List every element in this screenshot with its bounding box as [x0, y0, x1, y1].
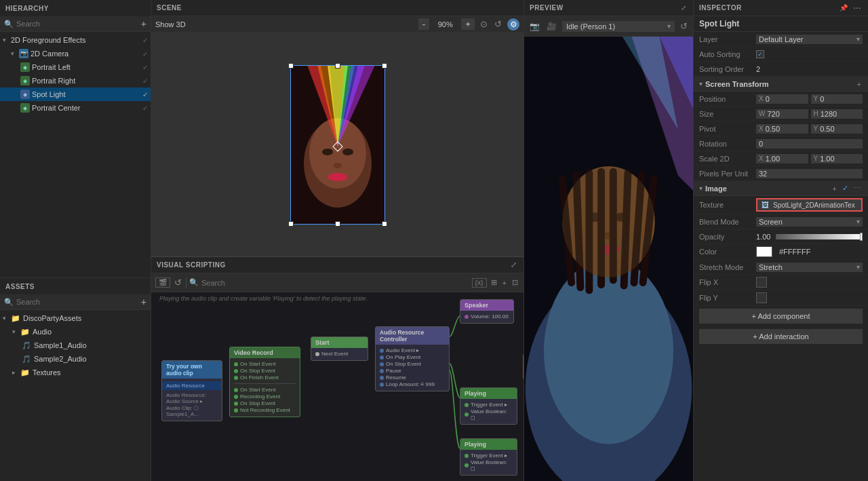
vs-variable-button[interactable]: {X} [472, 278, 487, 288]
checkbox-auto-sorting[interactable]: ✓ [756, 50, 764, 58]
scene-header: SCENE [151, 0, 524, 16]
image-section-more-button[interactable]: ⋯ [852, 182, 863, 194]
chevron-down-icon: ▾ [3, 315, 11, 322]
vs-expand-button[interactable]: ⤢ [509, 259, 518, 271]
add-interaction-label: + Add interaction [753, 332, 808, 341]
vs-canvas[interactable]: Playing the audio clip and create variab… [151, 292, 524, 481]
selection-handle-bm[interactable] [335, 221, 340, 227]
vs-add-node-button[interactable]: + [501, 277, 508, 288]
inspector-layer-dropdown[interactable]: Default Layer ▾ [756, 35, 863, 44]
selection-handle-tl[interactable] [288, 63, 294, 69]
assets-search-input[interactable] [16, 298, 138, 306]
hierarchy-item-2d-foreground[interactable]: ▾ 2D Foreground Effects ✓ [0, 33, 151, 47]
zoom-out-button[interactable]: - [418, 18, 429, 30]
add-hierarchy-button[interactable]: + [141, 18, 146, 29]
scene-canvas[interactable] [151, 33, 524, 256]
screen-transform-add-button[interactable]: + [856, 79, 863, 90]
preview-camera-button[interactable]: 📷 [528, 20, 541, 33]
asset-label: Textures [33, 368, 148, 377]
add-asset-button[interactable]: + [141, 296, 146, 307]
stretch-mode-dropdown[interactable]: Stretch ▾ [756, 263, 863, 272]
size-h-input[interactable]: H 1280 [811, 109, 863, 119]
add-component-button[interactable]: + Add component [699, 309, 863, 324]
texture-value-button[interactable]: 🖼 SpotLight_2DAnimationTex [756, 198, 863, 212]
selection-handle-tr[interactable] [382, 63, 387, 69]
opacity-slider[interactable] [776, 234, 863, 239]
asset-item-sample2[interactable]: 🎵 Sample2_Audio [0, 352, 151, 366]
selection-handle-bl[interactable] [288, 221, 294, 227]
pivot-x-input[interactable]: X 0.50 [756, 124, 808, 134]
image-section-header[interactable]: ▾ Image + ✓ ⋯ [694, 181, 868, 196]
preview-image-svg [524, 37, 693, 481]
vs-node-video-record[interactable]: Video Record On Start Event On Stop Even… [229, 347, 300, 417]
asset-item-textures[interactable]: ▸ 📁 Textures [0, 366, 151, 379]
hierarchy-item-portrait-left[interactable]: ◈ Portrait Left ✓ [0, 60, 151, 74]
assets-search-bar[interactable]: 🔍 + [0, 294, 151, 310]
color-swatch[interactable] [756, 246, 772, 257]
scene-object[interactable] [290, 65, 385, 225]
vs-search-input[interactable] [201, 279, 334, 287]
assets-header: ASSETS [0, 278, 151, 294]
hierarchy-item-portrait-center[interactable]: ◈ Portrait Center ✓ [0, 101, 151, 115]
refresh-scene-button[interactable]: ↺ [493, 18, 503, 31]
recenter-button[interactable]: ⊙ [479, 18, 489, 31]
vs-node-playing-1[interactable]: Playing Trigger Event ▸ Value Boolean: ◻ [460, 387, 517, 425]
hierarchy-search-input[interactable] [16, 20, 138, 28]
vs-scene-button[interactable]: 🎬 [155, 277, 170, 288]
preview-animation-dropdown[interactable]: Idle (Person 1) ▾ [562, 21, 675, 32]
preview-popout-button[interactable]: ⤢ [679, 3, 688, 13]
vs-layout-button[interactable]: ⊡ [511, 277, 519, 288]
selection-handle-tm[interactable] [335, 63, 340, 69]
ppu-input[interactable]: 32 [756, 169, 863, 178]
vs-node-audio-resource[interactable]: Try your own audio clip Audio Resource A… [161, 360, 222, 421]
inspector-texture-field: Texture 🖼 SpotLight_2DAnimationTex [694, 196, 868, 214]
inspector-color-field: Color #FFFFFF [694, 244, 868, 260]
inspector-opacity-label: Opacity [699, 233, 753, 241]
inspector-pivot-values: X 0.50 Y 0.50 [756, 124, 863, 134]
inspector-auto-sorting-checkbox[interactable]: ✓ [756, 50, 764, 58]
pivot-y-input[interactable]: Y 0.50 [811, 124, 863, 134]
inspector-pivot-label: Pivot [699, 125, 753, 133]
position-x-input[interactable]: X 0 [756, 94, 808, 104]
hierarchy-item-spot-light[interactable]: ◈ Spot Light ✓ [0, 88, 151, 101]
add-interaction-button[interactable]: + Add interaction [699, 329, 863, 344]
vs-refresh-button[interactable]: ↺ [173, 276, 183, 289]
preview-refresh-button[interactable]: ↺ [679, 20, 689, 33]
asset-item-audio[interactable]: ▾ 📁 Audio [0, 325, 151, 339]
image-section-check-button[interactable]: ✓ [841, 182, 850, 194]
vs-node-audio-controller[interactable]: Audio Resource Controller Audio Event ▸ … [375, 326, 450, 391]
flip-y-checkbox[interactable] [756, 292, 767, 303]
preview-viewport[interactable] [524, 37, 693, 481]
image-section-add-button[interactable]: + [831, 183, 838, 194]
hierarchy-item-2d-camera[interactable]: ▾ 📷 2D Camera ✓ [0, 47, 151, 60]
zoom-in-button[interactable]: + [461, 18, 475, 30]
stretch-mode-value: Stretch [759, 263, 783, 271]
hierarchy-item-portrait-right[interactable]: ◈ Portrait Right ✓ [0, 74, 151, 88]
vs-node-speaker[interactable]: Speaker Volume: 100.00 [460, 299, 514, 324]
inspector-auto-sorting-label: Auto Sorting [699, 50, 753, 58]
flip-x-checkbox[interactable] [756, 277, 767, 288]
vs-node-playing-2[interactable]: Playing Trigger Event ▸ Value Boolean: ◻ [460, 438, 517, 476]
asset-item-disco-party[interactable]: ▾ 📁 DiscoPartyAssets [0, 311, 151, 325]
vs-group-button[interactable]: ⊞ [490, 277, 498, 288]
hierarchy-tree: ▾ 2D Foreground Effects ✓ ▾ 📷 2D Camera … [0, 32, 151, 277]
chevron-down-icon: ▾ [12, 328, 20, 335]
position-y-input[interactable]: Y 0 [811, 94, 863, 104]
scale-y-input[interactable]: Y 1.00 [811, 154, 863, 163]
scene-settings-button[interactable]: ⚙ [507, 18, 519, 31]
screen-transform-section-header[interactable]: ▾ Screen Transform + [694, 77, 868, 92]
inspector-pin-button[interactable]: 📌 [838, 2, 849, 14]
hierarchy-search-bar[interactable]: 🔍 + [0, 16, 151, 32]
blend-mode-dropdown[interactable]: Screen ▾ [756, 217, 863, 227]
preview-record-button[interactable]: 🎥 [545, 20, 558, 33]
vs-node-start[interactable]: Start Next Event [311, 336, 368, 361]
inspector-more-button[interactable]: ⋯ [852, 2, 863, 14]
scale-x-input[interactable]: X 1.00 [756, 154, 808, 163]
asset-item-sample1[interactable]: 🎵 Sample1_Audio [0, 339, 151, 352]
opacity-thumb[interactable] [860, 233, 863, 241]
hierarchy-title: HIERARCHY [5, 5, 49, 12]
selection-handle-br[interactable] [382, 221, 387, 227]
vs-node-tweak[interactable]: Tweak tip 🔥 ... [523, 353, 524, 380]
rotation-input[interactable]: 0 [756, 139, 863, 149]
size-w-input[interactable]: W 720 [756, 109, 808, 119]
